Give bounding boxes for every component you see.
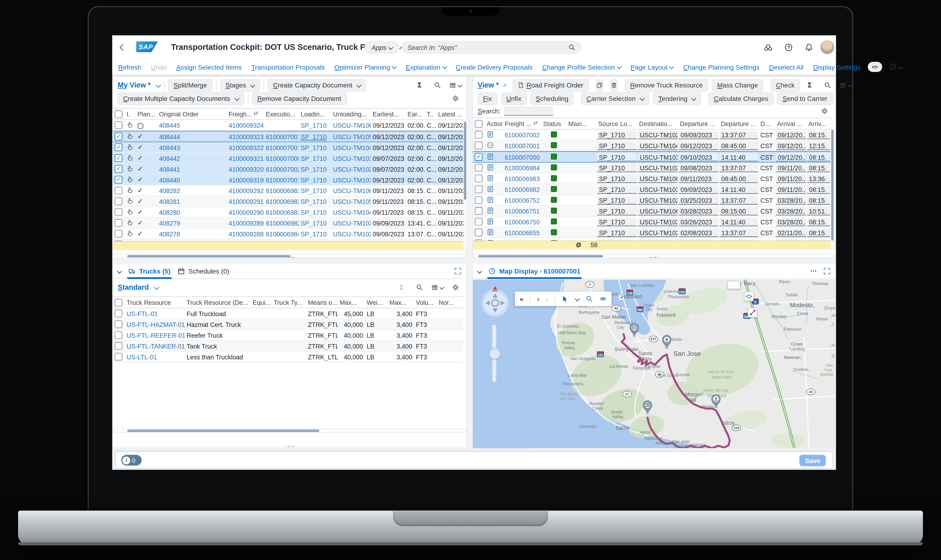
collapse-panel-icon[interactable] bbox=[477, 268, 482, 274]
map-zoom-slider[interactable] bbox=[493, 325, 496, 382]
column-header[interactable]: Arrival ... bbox=[775, 120, 807, 127]
freight-unit-link[interactable]: 4100009320 bbox=[229, 165, 264, 172]
freight-order-details-icon[interactable] bbox=[487, 174, 494, 182]
column-header[interactable]: Status bbox=[541, 120, 567, 127]
column-header[interactable]: Freigh... bbox=[227, 110, 264, 118]
source-location[interactable]: SP_1710 bbox=[597, 174, 637, 183]
unloading-location-link[interactable]: USCU-TM104 bbox=[333, 144, 371, 151]
history-first-icon[interactable]: « bbox=[520, 295, 524, 303]
chevron-down-icon[interactable] bbox=[575, 296, 580, 302]
row-checkbox[interactable] bbox=[475, 186, 482, 193]
departure-date[interactable]: 03/26/2023 bbox=[679, 218, 718, 226]
source-location[interactable]: SP_1710 bbox=[597, 142, 637, 150]
execution-doc-link[interactable]: 6100006982 bbox=[266, 219, 299, 226]
column-header[interactable]: I. bbox=[125, 110, 136, 118]
delete-button[interactable] bbox=[610, 79, 618, 91]
search-icon[interactable] bbox=[568, 44, 576, 51]
column-header[interactable]: Freight ... bbox=[503, 120, 541, 127]
order-row[interactable]: ✓✓40844341000093226100007001SP_1710USCU-… bbox=[113, 142, 464, 153]
bell-icon[interactable] bbox=[804, 43, 814, 52]
truck-resource-link[interactable]: US-FTL-01 bbox=[126, 310, 158, 317]
freight-unit-link[interactable]: 4100009324 bbox=[229, 122, 264, 129]
source-location[interactable]: SP_1710 bbox=[597, 228, 637, 237]
change-planning-settings-button[interactable]: Change Planning Settings bbox=[683, 63, 759, 71]
column-header[interactable]: Latest ... bbox=[436, 110, 464, 118]
source-location[interactable]: SP_1710 bbox=[597, 185, 637, 194]
departure-time[interactable]: 14:11:40 bbox=[720, 185, 758, 194]
column-header[interactable]: Arriv... bbox=[807, 120, 831, 127]
fix-button[interactable]: Fix bbox=[478, 92, 497, 105]
freight-vertical-scrollbar[interactable] bbox=[831, 119, 834, 249]
freight-order-link[interactable]: 6100007000 bbox=[505, 153, 540, 161]
row-checkbox[interactable] bbox=[475, 164, 482, 172]
freight-order-row[interactable]: 6100006751SP_1710USCU-TM10603/28/202308:… bbox=[473, 206, 832, 217]
expand-icon[interactable] bbox=[454, 267, 462, 274]
departure-time[interactable]: 08:45:00 bbox=[720, 142, 758, 150]
column-header[interactable]: Truck Resource bbox=[125, 299, 185, 306]
assign-selected-items-button[interactable]: Assign Selected Items bbox=[176, 63, 242, 71]
freight-order-details-icon[interactable] bbox=[487, 196, 494, 203]
freight-unit-link[interactable]: 4100009323 bbox=[229, 133, 264, 140]
orders-vertical-scrollbar[interactable] bbox=[463, 119, 467, 249]
order-row[interactable]: ✓✓40844041000093196100007001SP_1710USCU-… bbox=[113, 174, 464, 185]
order-row[interactable]: ✓40828141000092916100006983SP_1710USCU-T… bbox=[113, 196, 464, 207]
select-cursor-icon[interactable] bbox=[562, 295, 569, 303]
display-settings-button[interactable]: Display Settings bbox=[813, 63, 861, 71]
unloading-location-link[interactable]: USCU-TM102 bbox=[333, 230, 371, 237]
create-delivery-proposals-button[interactable]: Create Delivery Proposals bbox=[456, 63, 533, 71]
column-header[interactable]: T.. bbox=[425, 110, 436, 118]
freight-order-row[interactable]: 6100007001SP_1710USCU-TM10409/12/202308:… bbox=[473, 140, 832, 151]
row-checkbox[interactable] bbox=[115, 230, 122, 238]
column-header[interactable]: Means o... bbox=[306, 299, 338, 306]
destination-location[interactable]: USCU-TM103 bbox=[638, 218, 678, 226]
freight-order-link[interactable]: 6100007001 bbox=[505, 142, 540, 149]
loading-location-link[interactable]: SP_1710 bbox=[301, 230, 327, 237]
departure-date[interactable]: 09/12/2023 bbox=[679, 142, 718, 150]
settings-gear-button[interactable] bbox=[450, 282, 462, 293]
freight-order-row[interactable]: 6100006984SP_1710USCU-TM10209/08/202313:… bbox=[473, 163, 832, 173]
sum-button[interactable]: Σ bbox=[414, 80, 425, 91]
truck-resource-link[interactable]: US-FTL-HAZMAT-01 bbox=[126, 321, 185, 328]
export-table-button[interactable] bbox=[431, 282, 444, 293]
truck-row[interactable]: US-FTL-01Full TruckloadZTRK_FTL45,000LB3… bbox=[113, 308, 464, 319]
freight-unit-link[interactable]: 4100009291 bbox=[229, 198, 264, 205]
arrival-date[interactable]: 09/11/20... bbox=[776, 185, 806, 194]
road-freight-order-button[interactable]: Road Freight Order bbox=[513, 79, 588, 91]
column-header[interactable]: Truck Ty... bbox=[272, 299, 306, 306]
explanation-menu[interactable]: Explanation bbox=[406, 63, 446, 71]
freight-order-link[interactable]: 6100006655 bbox=[505, 229, 540, 236]
departure-date[interactable]: 09/09/2023 bbox=[679, 131, 718, 139]
arrival-date[interactable]: 09/12/20... bbox=[776, 131, 806, 139]
splitter-handle[interactable] bbox=[649, 256, 659, 258]
loading-location-link[interactable]: SP_1710 bbox=[301, 133, 327, 140]
freight-order-row[interactable]: 6100006655SP_1710USCU-TM10202/08/202313:… bbox=[473, 228, 832, 238]
column-header[interactable]: Destinatio... bbox=[637, 120, 678, 127]
splitter-handle[interactable] bbox=[285, 256, 294, 258]
freight-unit-link[interactable]: 4100009292 bbox=[229, 187, 264, 194]
column-header[interactable]: Max... bbox=[388, 299, 414, 306]
column-header[interactable]: Departure ... bbox=[678, 120, 719, 127]
execution-doc-link[interactable]: 6100006984 bbox=[266, 230, 299, 237]
column-header[interactable]: Ear... bbox=[405, 110, 425, 118]
row-checkbox[interactable] bbox=[475, 196, 482, 204]
order-row[interactable]: ✓40827941000092896100006982SP_1710USCU-T… bbox=[113, 218, 464, 229]
column-header[interactable]: Earliest... bbox=[371, 110, 406, 118]
order-link[interactable]: 408445 bbox=[159, 122, 180, 129]
history-back-icon[interactable]: ‹ bbox=[537, 295, 539, 303]
row-checkbox[interactable] bbox=[115, 122, 122, 129]
source-location[interactable]: SP_1710 bbox=[597, 207, 637, 215]
departure-date[interactable]: 02/08/2023 bbox=[679, 228, 718, 237]
arrival-date[interactable]: 02/11/20... bbox=[776, 228, 806, 237]
unloading-location-link[interactable]: USCU-TM106 bbox=[333, 187, 371, 194]
search-icon[interactable] bbox=[822, 80, 834, 91]
freight-order-details-icon[interactable] bbox=[487, 228, 494, 236]
row-checkbox[interactable] bbox=[475, 229, 482, 237]
execution-doc-link[interactable]: 6100006983 bbox=[266, 208, 299, 216]
order-link[interactable]: 408441 bbox=[159, 165, 180, 172]
column-header[interactable]: Executio... bbox=[264, 110, 299, 118]
copy-button[interactable] bbox=[596, 79, 603, 91]
departure-time[interactable]: 14:11:40 bbox=[720, 153, 758, 161]
column-header[interactable]: Max... bbox=[338, 299, 365, 306]
source-location[interactable]: SP_1710 bbox=[597, 196, 637, 205]
row-checkbox[interactable]: ✓ bbox=[475, 153, 482, 161]
